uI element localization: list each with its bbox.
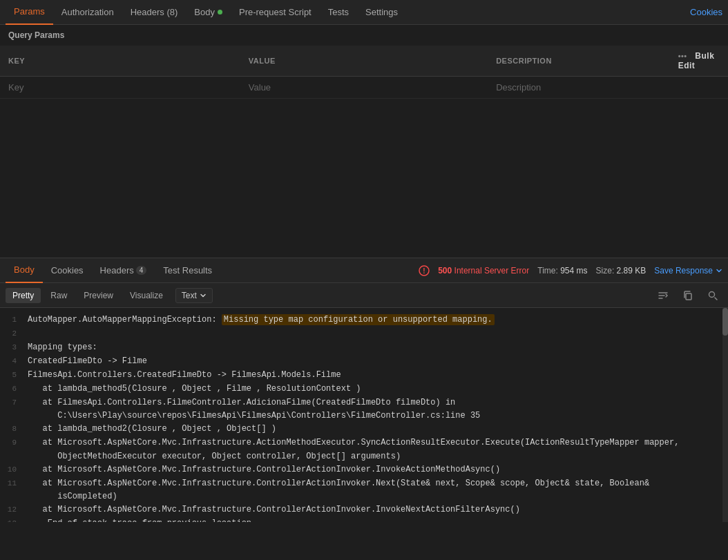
key-cell[interactable]: Key	[0, 77, 240, 99]
error-status-icon: !	[419, 265, 430, 276]
top-tab-bar: Params Authorization Headers (8) Body Pr…	[0, 0, 728, 25]
format-type-dropdown[interactable]: Text	[175, 288, 213, 303]
response-status-bar: ! 500 Internal Server Error Time: 954 ms…	[419, 265, 722, 276]
format-tab-visualize[interactable]: Visualize	[123, 288, 170, 303]
scrollbar-thumb[interactable]	[722, 308, 728, 336]
code-line: 6 at lambda_method5(Closure , Object , F…	[0, 383, 728, 396]
code-line: 12 at Microsoft.AspNetCore.Mvc.Infrastru…	[0, 503, 728, 517]
body-dot-indicator	[218, 10, 222, 15]
time-label: Time: 954 ms	[537, 266, 587, 276]
code-output-area: 1AutoMapper.AutoMapperMappingException: …	[0, 308, 728, 522]
code-line: 5FilmesApi.Controllers.CreatedFilmeDto -…	[0, 369, 728, 383]
code-line: 7 at FilmesApi.Controllers.FilmeControll…	[0, 396, 728, 423]
tab-settings[interactable]: Settings	[357, 0, 406, 25]
actions-cell	[670, 77, 728, 99]
format-tab-pretty[interactable]: Pretty	[6, 288, 41, 303]
chevron-down-icon	[716, 267, 722, 274]
code-line: 2	[0, 327, 728, 341]
code-line: 10 at Microsoft.AspNetCore.Mvc.Infrastru…	[0, 463, 728, 477]
tab-params[interactable]: Params	[6, 0, 53, 25]
tab-tests[interactable]: Tests	[320, 0, 357, 25]
dropdown-chevron-icon	[200, 292, 207, 299]
format-tab-preview[interactable]: Preview	[77, 288, 120, 303]
cookies-link[interactable]: Cookies	[690, 7, 722, 17]
code-line: 11 at Microsoft.AspNetCore.Mvc.Infrastru…	[0, 477, 728, 503]
col-actions-header: ••• Bulk Edit	[670, 46, 728, 77]
empty-area	[0, 99, 728, 258]
response-tab-headers[interactable]: Headers 4	[92, 258, 155, 283]
code-line: 4CreatedFilmeDto -> Filme	[0, 355, 728, 369]
code-line: 8 at lambda_method2(Closure , Object , O…	[0, 423, 728, 436]
save-response-button[interactable]: Save Response	[654, 266, 722, 276]
response-tab-bar: Body Cookies Headers 4 Test Results ! 50…	[0, 258, 728, 283]
query-params-header: Query Params	[0, 25, 728, 46]
format-tab-raw[interactable]: Raw	[44, 288, 74, 303]
code-line: 9 at Microsoft.AspNetCore.Mvc.Infrastruc…	[0, 436, 728, 463]
code-content: 1AutoMapper.AutoMapperMappingException: …	[0, 308, 728, 522]
col-desc-header: DESCRIPTION	[488, 46, 670, 77]
copy-icon[interactable]	[678, 286, 698, 305]
code-line: 3Mapping types:	[0, 341, 728, 355]
response-tab-testresults[interactable]: Test Results	[155, 258, 220, 283]
svg-text:!: !	[423, 267, 425, 275]
table-row: Key Value Description	[0, 77, 728, 99]
response-tab-body[interactable]: Body	[6, 258, 43, 283]
tab-headers[interactable]: Headers (8)	[122, 0, 186, 25]
svg-point-3	[709, 291, 715, 297]
code-line: 13--- End of stack trace from previous l…	[0, 517, 728, 522]
value-cell[interactable]: Value	[240, 77, 488, 99]
size-label: Size: 2.89 KB	[596, 266, 646, 276]
format-tab-bar: Pretty Raw Preview Visualize Text	[0, 283, 728, 308]
more-options-icon[interactable]: •••	[678, 52, 687, 60]
headers-badge: 4	[136, 266, 147, 275]
format-actions	[653, 286, 722, 305]
col-key-header: KEY	[0, 46, 240, 77]
wrap-lines-icon[interactable]	[653, 286, 673, 305]
tab-body[interactable]: Body	[186, 0, 231, 25]
tab-authorization[interactable]: Authorization	[53, 0, 122, 25]
code-line: 1AutoMapper.AutoMapperMappingException: …	[0, 313, 728, 327]
params-table: KEY VALUE DESCRIPTION ••• Bulk Edit Key …	[0, 46, 728, 99]
svg-rect-2	[686, 293, 691, 300]
tab-prerequest[interactable]: Pre-request Script	[231, 0, 320, 25]
col-value-header: VALUE	[240, 46, 488, 77]
response-section: Body Cookies Headers 4 Test Results ! 50…	[0, 258, 728, 522]
status-label: 500 Internal Server Error	[438, 266, 529, 276]
search-icon[interactable]	[703, 286, 722, 305]
scrollbar-track	[722, 308, 728, 522]
response-tab-cookies[interactable]: Cookies	[43, 258, 92, 283]
desc-cell[interactable]: Description	[488, 77, 670, 99]
